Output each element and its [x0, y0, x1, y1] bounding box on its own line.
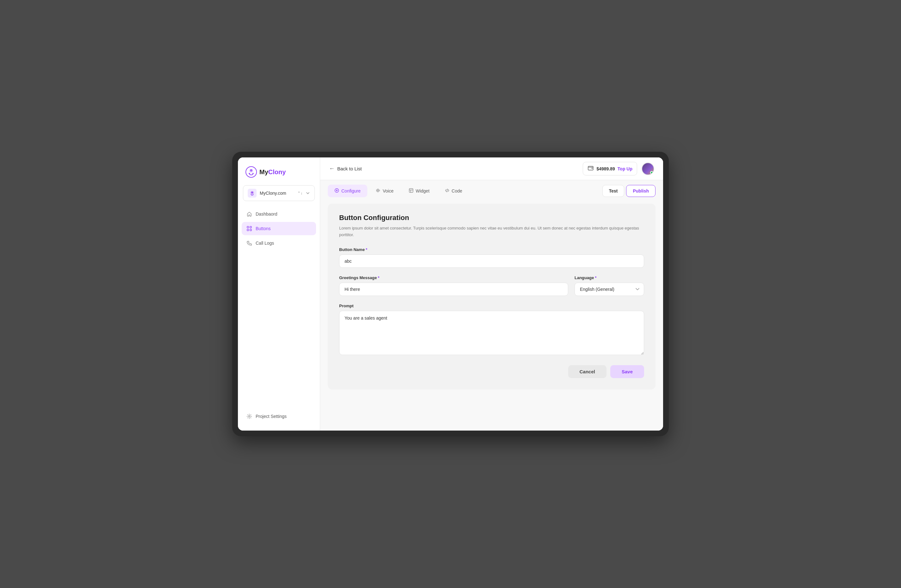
tab-test-label: Test: [609, 188, 618, 193]
tab-configure[interactable]: Configure: [328, 185, 367, 197]
tab-widget[interactable]: Widget: [402, 185, 436, 197]
user-avatar[interactable]: [642, 162, 654, 175]
greetings-required-star: *: [378, 275, 379, 280]
app-window: MyClony MyClony.com ⌃↓: [238, 157, 663, 431]
greetings-language-row: Greetings Message * Language *: [339, 275, 644, 303]
phone-icon: [246, 240, 253, 246]
svg-rect-13: [592, 168, 592, 169]
workspace-selector[interactable]: MyClony.com ⌃↓: [243, 185, 315, 201]
sidebar: MyClony MyClony.com ⌃↓: [238, 157, 320, 431]
topup-button[interactable]: Top Up: [617, 166, 633, 171]
sidebar-item-dashboard-label: Dashbaord: [256, 212, 277, 216]
tab-voice[interactable]: Voice: [369, 185, 400, 197]
language-required-star: *: [595, 275, 596, 280]
form-card: Button Configuration Lorem ipsum dolor s…: [328, 204, 656, 389]
form-area: Button Configuration Lorem ipsum dolor s…: [320, 197, 663, 431]
form-title: Button Configuration: [339, 214, 644, 222]
button-name-group: Button Name *: [339, 247, 644, 268]
greetings-input[interactable]: [339, 283, 568, 296]
prompt-group: Prompt: [339, 303, 644, 356]
workspace-logo: [248, 189, 257, 198]
logo: MyClony: [238, 157, 320, 185]
prompt-textarea[interactable]: [339, 311, 644, 355]
sidebar-item-buttons[interactable]: Buttons: [242, 222, 316, 235]
greetings-group: Greetings Message *: [339, 275, 568, 296]
tab-widget-label: Widget: [416, 188, 430, 193]
tab-publish-label: Publish: [633, 188, 649, 193]
workspace-name: MyClony.com: [260, 191, 294, 196]
tabs-row: Configure Voice: [320, 180, 663, 197]
home-icon: [246, 211, 253, 217]
tab-code-label: Code: [452, 188, 462, 193]
device-frame: MyClony MyClony.com ⌃↓: [232, 152, 669, 436]
svg-rect-8: [250, 226, 251, 228]
button-name-label: Button Name *: [339, 247, 644, 252]
sidebar-item-call-logs-label: Call Logs: [256, 241, 274, 246]
svg-rect-7: [247, 226, 249, 228]
sidebar-item-project-settings[interactable]: Project Settings: [242, 410, 316, 423]
save-button[interactable]: Save: [610, 365, 644, 378]
voice-icon: [376, 188, 380, 194]
settings-icon: [246, 413, 253, 420]
language-group: Language * English (General) English (US…: [575, 275, 644, 296]
svg-point-6: [251, 191, 253, 193]
tab-voice-label: Voice: [383, 188, 394, 193]
sidebar-item-project-settings-label: Project Settings: [256, 414, 287, 419]
online-indicator: [650, 171, 653, 174]
svg-rect-14: [409, 189, 413, 193]
tab-code[interactable]: Code: [438, 185, 469, 197]
button-name-input[interactable]: [339, 255, 644, 268]
required-star: *: [366, 247, 367, 252]
language-select[interactable]: English (General) English (US) English (…: [575, 283, 644, 296]
tab-configure-label: Configure: [341, 188, 361, 193]
configure-icon: [334, 188, 339, 194]
greetings-col: Greetings Message *: [339, 275, 568, 303]
sidebar-item-buttons-label: Buttons: [256, 226, 271, 231]
topbar-right: $4989.89 Top Up: [583, 162, 654, 176]
svg-point-2: [250, 169, 253, 172]
chevron-icon: ⌃↓: [298, 191, 302, 195]
form-buttons: Cancel Save: [339, 365, 644, 378]
main-content: ← Back to List $4989.89 Top Up: [320, 157, 663, 431]
sidebar-item-call-logs[interactable]: Call Logs: [242, 236, 316, 250]
svg-rect-9: [247, 229, 249, 231]
widget-icon: [409, 188, 413, 194]
sidebar-item-dashboard[interactable]: Dashbaord: [242, 207, 316, 221]
svg-point-11: [249, 416, 250, 417]
topbar: ← Back to List $4989.89 Top Up: [320, 157, 663, 180]
sidebar-bottom: Project Settings: [238, 404, 320, 431]
back-arrow-icon: ←: [329, 165, 335, 172]
nav-items: Dashbaord Buttons: [238, 207, 320, 404]
back-to-list-button[interactable]: ← Back to List: [329, 165, 362, 172]
svg-point-3: [249, 173, 250, 174]
logo-icon: [245, 166, 257, 178]
code-icon: [445, 188, 449, 194]
svg-point-4: [253, 173, 253, 174]
greetings-label: Greetings Message *: [339, 275, 568, 280]
form-description: Lorem ipsum dolor sit amet consectetur. …: [339, 225, 644, 238]
grid-icon: [246, 226, 253, 232]
tab-publish[interactable]: Publish: [626, 185, 656, 197]
svg-rect-10: [250, 229, 251, 231]
back-label: Back to List: [337, 166, 362, 171]
language-col: Language * English (General) English (US…: [575, 275, 644, 303]
language-label: Language *: [575, 275, 644, 280]
wallet-icon: [588, 165, 594, 173]
balance-amount: $4989.89: [596, 166, 615, 171]
selector-chevron-icon: [306, 191, 310, 195]
balance-box: $4989.89 Top Up: [583, 162, 637, 176]
logo-text: MyClony: [259, 168, 286, 176]
cancel-button[interactable]: Cancel: [568, 365, 606, 378]
prompt-label: Prompt: [339, 303, 644, 308]
tab-test[interactable]: Test: [602, 185, 625, 197]
